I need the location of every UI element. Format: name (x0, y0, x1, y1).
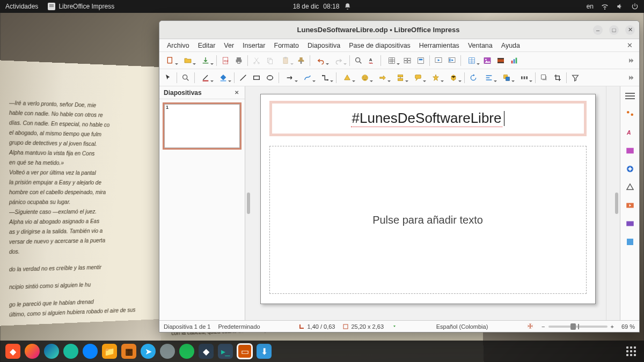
status-insert-mode[interactable] (391, 323, 398, 330)
save-button[interactable] (197, 54, 214, 67)
status-fit-slide-icon[interactable] (526, 322, 534, 331)
sidebar-settings-icon[interactable] (624, 90, 636, 102)
menu-edit[interactable]: Editar (194, 40, 220, 51)
slide-content-box[interactable]: Pulse para añadir texto (269, 146, 587, 294)
dock-files-icon[interactable]: 📁 (102, 344, 117, 359)
menu-window[interactable]: Ventana (464, 40, 497, 51)
find-button[interactable] (352, 54, 365, 67)
flowchart-tool[interactable] (392, 71, 409, 84)
dock-spotify-icon[interactable] (179, 344, 194, 359)
line-color-button[interactable] (197, 71, 214, 84)
dock-app-teal-icon[interactable] (63, 344, 78, 359)
sidebar-shapes-icon[interactable] (624, 181, 636, 194)
drawbar-overflow-button[interactable] (624, 71, 637, 84)
arrange-tool[interactable] (498, 71, 515, 84)
slide[interactable]: #LunesDeSoftwareLibre Pulse para añadir … (260, 94, 596, 304)
sidebar-slide-transition-icon[interactable] (624, 199, 636, 212)
menu-help[interactable]: Ayuda (497, 40, 524, 51)
dock-edge-icon[interactable] (44, 344, 59, 359)
insert-chart-button[interactable] (508, 54, 521, 67)
menu-slideshow[interactable]: Pase de diapositivas (345, 40, 415, 51)
dock-inkscape-icon[interactable]: ◆ (199, 344, 214, 359)
power-icon[interactable] (631, 3, 639, 10)
status-language[interactable]: Español (Colombia) (436, 323, 488, 330)
slide-title-box[interactable]: #LunesDeSoftwareLibre (269, 101, 587, 136)
insert-av-button[interactable] (494, 54, 507, 67)
vertical-scrollbar[interactable] (606, 86, 613, 320)
menu-slide[interactable]: Diapositiva (303, 40, 345, 51)
wifi-icon[interactable] (601, 3, 609, 10)
dock-app-orange-icon[interactable]: ▦ (121, 344, 136, 359)
filter-tool[interactable] (569, 71, 582, 84)
3d-tool[interactable] (445, 71, 462, 84)
dock-show-apps-icon[interactable] (624, 344, 639, 359)
sidebar-master-slides-icon[interactable] (624, 235, 636, 248)
close-button[interactable]: ✕ (625, 25, 635, 35)
dock-software-icon[interactable]: ⬇ (257, 344, 272, 359)
start-first-slide-button[interactable] (432, 54, 445, 67)
active-app-indicator[interactable]: LibreOffice Impress (48, 3, 114, 10)
menu-tools[interactable]: Herramientas (415, 40, 464, 51)
insert-image-button[interactable] (481, 54, 494, 67)
panel-splitter-left[interactable] (245, 86, 252, 320)
select-tool[interactable] (162, 71, 174, 84)
dock-brave-icon[interactable]: ◆ (5, 344, 20, 359)
print-button[interactable] (232, 54, 245, 67)
dock-firefox-icon[interactable] (25, 344, 40, 359)
ellipse-tool[interactable] (264, 71, 276, 84)
sidebar-styles-icon[interactable]: A (624, 126, 636, 139)
new-button[interactable] (162, 54, 179, 67)
open-button[interactable] (179, 54, 196, 67)
dock-app-grey-icon[interactable] (160, 344, 175, 359)
canvas-scroll[interactable]: #LunesDeSoftwareLibre Pulse para añadir … (252, 86, 606, 320)
slides-panel-close-icon[interactable]: ✕ (233, 89, 240, 97)
start-current-slide-button[interactable] (445, 54, 458, 67)
undo-button[interactable] (312, 54, 330, 67)
sidebar-navigator-icon[interactable] (624, 162, 636, 175)
line-tool[interactable] (237, 71, 250, 84)
display-views-button[interactable] (401, 54, 414, 67)
volume-icon[interactable] (616, 3, 624, 10)
distribute-tool[interactable] (516, 71, 533, 84)
zoom-in-icon[interactable]: + (611, 323, 614, 330)
paste-button[interactable] (277, 54, 294, 67)
toolbar-overflow-button[interactable] (624, 54, 637, 67)
symbol-shapes-tool[interactable] (356, 71, 374, 84)
keyboard-lang[interactable]: en (587, 3, 594, 10)
connector-tool[interactable] (317, 71, 334, 84)
align-tool[interactable] (480, 71, 497, 84)
slide-thumb-1[interactable]: 1 (163, 102, 241, 150)
menu-insert[interactable]: Insertar (238, 40, 269, 51)
slide-title-text[interactable]: #LunesDeSoftwareLibre (351, 110, 503, 127)
rectangle-tool[interactable] (250, 71, 263, 84)
zoom-value[interactable]: 69 % (621, 323, 635, 330)
document-close-icon[interactable]: ✕ (624, 40, 636, 50)
menu-format[interactable]: Formato (270, 40, 304, 51)
curve-tool[interactable] (299, 71, 316, 84)
sidebar-properties-icon[interactable] (624, 108, 636, 121)
stars-tool[interactable] (427, 71, 444, 84)
dock-impress-icon[interactable]: ▭ (237, 344, 252, 359)
spellcheck-button[interactable]: A (365, 54, 378, 67)
copy-button[interactable] (264, 54, 276, 67)
zoom-tool[interactable] (179, 71, 192, 84)
master-slide-button[interactable] (414, 54, 427, 67)
sidebar-gallery-icon[interactable] (624, 144, 636, 157)
clone-formatting-button[interactable] (295, 54, 308, 67)
callout-tool[interactable] (409, 71, 427, 84)
display-grid-button[interactable] (383, 54, 400, 67)
export-pdf-button[interactable]: PDF (219, 54, 232, 67)
activities-button[interactable]: Actividades (5, 3, 38, 10)
menu-view[interactable]: Ver (219, 40, 238, 51)
menu-file[interactable]: Archivo (163, 40, 194, 51)
sidebar-animation-icon[interactable] (624, 217, 636, 230)
cut-button[interactable] (250, 54, 263, 67)
minimize-button[interactable]: – (593, 25, 603, 35)
panel-splitter-right[interactable] (613, 86, 620, 320)
dock-thunderbird-icon[interactable] (83, 344, 98, 359)
zoom-slider[interactable]: − + (541, 323, 614, 330)
block-arrows-tool[interactable] (374, 71, 391, 84)
crop-tool[interactable] (551, 71, 564, 84)
window-titlebar[interactable]: LunesDeSoftwareLibre.odp • LibreOffice I… (159, 21, 639, 39)
redo-button[interactable] (330, 54, 347, 67)
